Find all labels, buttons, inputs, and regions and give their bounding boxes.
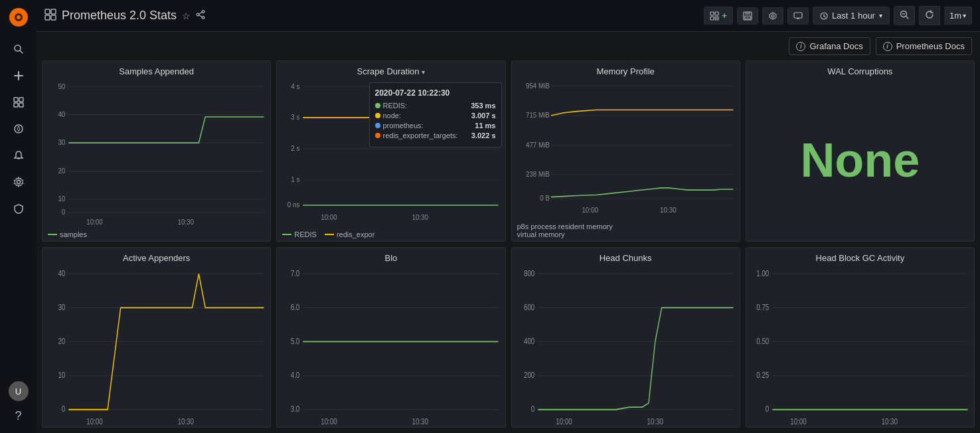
svg-text:477 MiB: 477 MiB xyxy=(525,141,549,148)
legend-label-redis-exporter: redis_expor xyxy=(337,230,374,238)
panel-title-chevron: ▾ xyxy=(422,68,425,76)
svg-text:0.25: 0.25 xyxy=(756,371,769,379)
sidebar-add[interactable] xyxy=(5,64,32,88)
svg-rect-13 xyxy=(45,9,50,14)
settings-button[interactable] xyxy=(762,7,783,25)
sidebar-search[interactable] xyxy=(5,37,32,61)
svg-text:10:30: 10:30 xyxy=(412,213,429,222)
scrape-chart: 4 s 3 s 2 s 1 s 0 ns 10:00 10:30 xyxy=(277,79,505,228)
add-panel-button[interactable]: + xyxy=(704,7,733,25)
wal-value: None xyxy=(800,133,920,187)
svg-rect-23 xyxy=(715,12,718,15)
svg-text:40: 40 xyxy=(58,110,65,118)
sidebar-explore[interactable] xyxy=(5,117,32,141)
svg-text:2 s: 2 s xyxy=(291,144,300,153)
svg-text:954 MiB: 954 MiB xyxy=(525,82,549,89)
help-icon[interactable]: ? xyxy=(5,404,32,428)
svg-text:20: 20 xyxy=(58,337,65,345)
app-logo[interactable] xyxy=(7,5,31,29)
legend-label-resident: p8s process resident memory xyxy=(517,222,613,230)
panel-content-appenders: 40 30 20 10 0 10:00 10:30 xyxy=(42,266,270,428)
svg-text:0 ns: 0 ns xyxy=(287,201,300,209)
legend-item-virtual: virtual memory xyxy=(517,230,734,238)
panel-title-head-chunks: Head Chunks xyxy=(512,248,740,266)
share-icon[interactable] xyxy=(196,10,205,21)
prometheus-docs-button[interactable]: i Prometheus Docs xyxy=(876,37,972,55)
legend-color-redis-exporter xyxy=(325,234,334,235)
tv-mode-button[interactable] xyxy=(787,7,809,25)
svg-point-32 xyxy=(772,15,774,17)
svg-point-2 xyxy=(17,15,21,19)
panel-active-appenders: Active Appenders 40 30 20 10 0 10:00 xyxy=(42,247,271,428)
sidebar-alerting[interactable] xyxy=(5,143,32,167)
svg-text:238 MiB: 238 MiB xyxy=(525,171,549,178)
time-range-picker[interactable]: Last 1 hour ▾ xyxy=(813,7,890,25)
sidebar-settings[interactable] xyxy=(5,170,32,194)
panel-title-samples: Samples Appended xyxy=(42,61,270,79)
main-content: Prometheus 2.0 Stats ☆ xyxy=(37,0,980,433)
interval-label: 1m xyxy=(949,11,961,21)
svg-text:10:30: 10:30 xyxy=(412,416,429,425)
legend-color-redis xyxy=(282,234,291,235)
save-button[interactable] xyxy=(737,7,758,25)
svg-text:10: 10 xyxy=(58,195,65,203)
sidebar-shield[interactable] xyxy=(5,197,32,220)
svg-text:10:30: 10:30 xyxy=(881,416,898,425)
svg-rect-15 xyxy=(45,15,50,20)
refresh-button[interactable] xyxy=(919,6,940,25)
info-icon: i xyxy=(796,42,805,51)
topbar: Prometheus 2.0 Stats ☆ xyxy=(37,0,980,32)
panel-content-block: 7.0 6.0 5.0 4.0 3.0 10:00 10:30 xyxy=(277,266,505,428)
svg-line-20 xyxy=(199,12,203,14)
svg-text:0: 0 xyxy=(766,404,769,413)
add-panel-label: + xyxy=(722,11,727,21)
legend-item-resident: p8s process resident memory xyxy=(517,222,734,230)
sidebar-dashboards[interactable] xyxy=(5,90,32,114)
panel-samples-appended: Samples Appended 50 40 30 20 10 0 xyxy=(42,60,271,242)
panel-wal-corruptions: WAL Corruptions None xyxy=(746,60,975,242)
legend-color-samples xyxy=(48,234,57,235)
panel-block: Blo 7.0 6.0 5.0 4.0 3.0 10:00 xyxy=(276,247,505,428)
panel-head-chunks: Head Chunks 800 600 400 200 0 10:00 xyxy=(511,247,740,428)
docs-bar: i Grafana Docs i Prometheus Docs xyxy=(37,32,980,60)
svg-text:400: 400 xyxy=(523,337,534,345)
interval-chevron: ▾ xyxy=(963,12,966,19)
svg-text:10: 10 xyxy=(58,371,65,379)
svg-line-21 xyxy=(199,15,203,17)
panel-title-scrape: Scrape Duration ▾ xyxy=(277,61,505,79)
grafana-docs-button[interactable]: i Grafana Docs xyxy=(789,37,870,55)
interval-button[interactable]: 1m ▾ xyxy=(944,7,972,25)
svg-text:10:00: 10:00 xyxy=(556,416,572,425)
panel-content-head-block-gc: 1.00 0.75 0.50 0.25 0 10:00 10:30 xyxy=(746,266,974,428)
svg-text:10:00: 10:00 xyxy=(86,416,103,425)
panel-scrape-duration: Scrape Duration ▾ 4 s 3 s 2 s 1 s 0 ns xyxy=(276,60,505,242)
panel-content-samples: 50 40 30 20 10 0 10:00 10:30 xyxy=(42,79,270,228)
legend-item-samples: samples xyxy=(48,230,87,238)
svg-text:0: 0 xyxy=(62,208,66,217)
time-range-chevron: ▾ xyxy=(879,12,882,19)
panel-memory-profile: Memory Profile 954 MiB 715 MiB 477 MiB 2… xyxy=(511,60,740,242)
zoom-out-button[interactable] xyxy=(894,6,915,25)
svg-rect-33 xyxy=(794,13,802,18)
svg-point-12 xyxy=(17,181,20,184)
grafana-docs-label: Grafana Docs xyxy=(809,41,862,51)
svg-text:10:30: 10:30 xyxy=(177,416,194,425)
panel-content-wal: None xyxy=(746,79,974,241)
star-icon[interactable]: ☆ xyxy=(182,11,191,21)
block-chart: 7.0 6.0 5.0 4.0 3.0 10:00 10:30 xyxy=(277,266,505,428)
panel-title-memory: Memory Profile xyxy=(512,61,740,79)
user-avatar[interactable]: U xyxy=(9,381,29,401)
panel-title-wal: WAL Corruptions xyxy=(746,61,974,79)
svg-text:10:00: 10:00 xyxy=(86,217,103,226)
svg-rect-22 xyxy=(710,12,714,15)
appenders-chart: 40 30 20 10 0 10:00 10:30 xyxy=(42,266,270,428)
svg-text:10:00: 10:00 xyxy=(321,213,337,222)
legend-item-redis-exporter: redis_expor xyxy=(325,230,374,238)
svg-text:600: 600 xyxy=(523,302,534,311)
svg-rect-10 xyxy=(19,103,23,107)
legend-label-redis: REDIS xyxy=(294,230,317,238)
svg-text:10:00: 10:00 xyxy=(321,416,337,425)
svg-text:20: 20 xyxy=(58,166,65,175)
svg-text:0: 0 xyxy=(531,404,534,413)
svg-text:10:30: 10:30 xyxy=(647,416,663,425)
